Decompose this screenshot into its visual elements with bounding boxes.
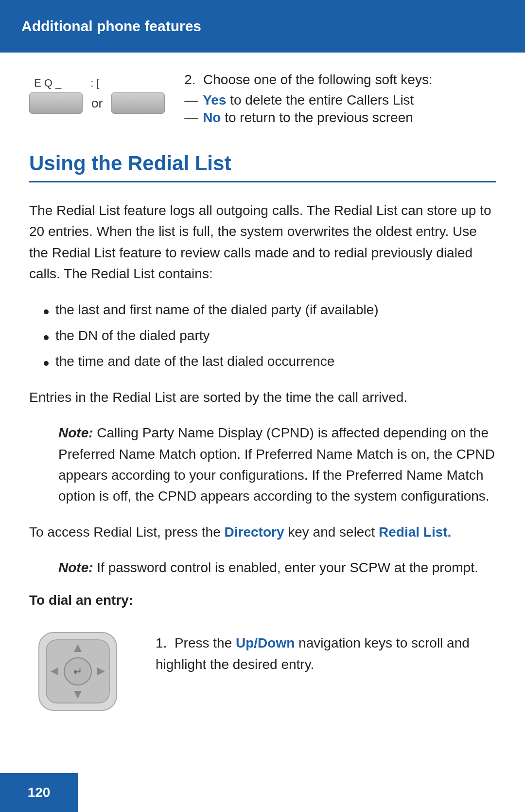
note2-block: Note: If password control is enabled, en… xyxy=(58,557,496,578)
note1-text: Calling Party Name Display (CPND) is aff… xyxy=(58,425,495,504)
list-item-text: the DN of the dialed party xyxy=(55,325,210,346)
step2-bullet2: — No to return to the previous screen xyxy=(184,110,496,126)
bullet1-suffix: to delete the entire Callers List xyxy=(226,92,414,108)
list-item: the DN of the dialed party xyxy=(44,325,496,346)
directory-link: Directory xyxy=(225,524,284,540)
to-dial-heading: To dial an entry: xyxy=(29,593,496,608)
or-text: or xyxy=(91,96,103,111)
bullet-list: the last and first name of the dialed pa… xyxy=(44,299,496,372)
list-item: the last and first name of the dialed pa… xyxy=(44,299,496,320)
bullet-dot xyxy=(44,309,49,314)
step2-section: E Q _ : [ or 2. Choose one of the follow… xyxy=(29,72,496,127)
nav-key-image: ↵ xyxy=(29,623,126,723)
note1-block: Note: Calling Party Name Display (CPND) … xyxy=(58,422,496,507)
soft-key-button-2[interactable] xyxy=(111,92,165,114)
soft-key-button-1[interactable] xyxy=(29,92,83,114)
page-number: 120 xyxy=(28,785,51,800)
button-row: or xyxy=(29,92,165,114)
note2-bold: Note: xyxy=(58,560,93,575)
list-item-text: the last and first name of the dialed pa… xyxy=(55,299,379,320)
access-middle: key and select xyxy=(284,524,379,540)
step1-prefix: Press the xyxy=(175,635,236,650)
access-line: To access Redial List, press the Directo… xyxy=(29,522,496,542)
step2-text-area: 2. Choose one of the following soft keys… xyxy=(184,72,496,127)
body-paragraph: The Redial List feature logs all outgoin… xyxy=(29,200,496,285)
svg-text:↵: ↵ xyxy=(73,666,82,678)
dash1: — xyxy=(184,92,198,108)
no-link: No xyxy=(203,110,221,125)
step1-text: 1. Press the Up/Down navigation keys to … xyxy=(156,623,496,675)
list-item-text: the time and date of the last dialed occ… xyxy=(55,351,334,372)
yes-link: Yes xyxy=(203,92,226,108)
sorted-line: Entries in the Redial List are sorted by… xyxy=(29,387,496,408)
button1-label: E Q _ xyxy=(34,77,61,90)
redial-link: Redial List. xyxy=(379,524,451,540)
updown-link: Up/Down xyxy=(236,635,295,650)
nav-key-section: ↵ 1. Press the Up/Down navigation keys t… xyxy=(29,623,496,723)
step2-bullet1: — Yes to delete the entire Callers List xyxy=(184,92,496,108)
footer-bar: 120 xyxy=(0,773,78,812)
button2-label: : [ xyxy=(90,77,99,90)
button-image-area: E Q _ : [ or xyxy=(29,72,165,114)
header-title: Additional phone features xyxy=(21,18,201,35)
note2-text: If password control is enabled, enter yo… xyxy=(93,560,478,575)
nav-key-svg: ↵ xyxy=(29,623,126,720)
main-content: E Q _ : [ or 2. Choose one of the follow… xyxy=(0,53,525,753)
bullet-dot xyxy=(44,335,49,340)
button-labels: E Q _ : [ xyxy=(29,77,100,90)
list-item: the time and date of the last dialed occ… xyxy=(44,351,496,372)
bullet2-suffix: to return to the previous screen xyxy=(221,110,413,125)
access-prefix: To access Redial List, press the xyxy=(29,524,225,540)
section-heading: Using the Redial List xyxy=(29,152,496,182)
step1-label: 1. xyxy=(156,635,167,650)
dash2: — xyxy=(184,110,198,126)
header-bar: Additional phone features xyxy=(0,0,525,53)
step2-number: 2. Choose one of the following soft keys… xyxy=(184,72,496,88)
note1-bold: Note: xyxy=(58,425,93,440)
bullet-dot xyxy=(44,361,49,366)
